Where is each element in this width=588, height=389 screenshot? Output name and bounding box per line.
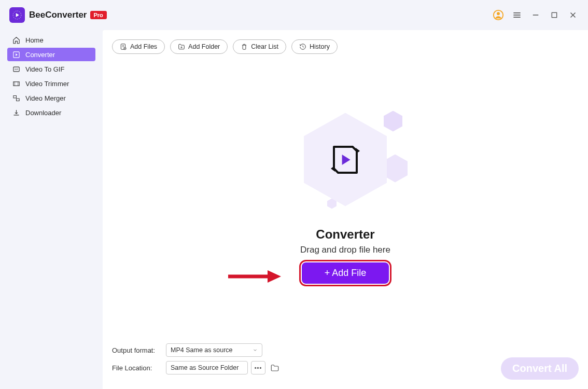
drop-zone[interactable]: Converter Drag and drop file here + Add … (103, 43, 588, 343)
menu-icon[interactable] (511, 9, 523, 21)
svg-text:GIF: GIF (15, 68, 19, 71)
sidebar-item-downloader[interactable]: Downloader (7, 106, 95, 119)
maximize-button[interactable] (549, 9, 560, 21)
pro-badge: Pro (90, 11, 107, 19)
merger-icon (12, 94, 20, 102)
center-title: Converter (316, 227, 374, 242)
sidebar-item-label: Downloader (25, 109, 61, 117)
sidebar-item-video-merger[interactable]: Video Merger (7, 91, 95, 105)
sidebar-item-label: Home (25, 36, 44, 44)
file-location-more-button[interactable]: ••• (251, 361, 265, 374)
output-format-select[interactable]: MP4 Same as source (166, 343, 262, 357)
annotation-arrow-icon (227, 269, 284, 284)
center-subtitle: Drag and drop file here (300, 245, 390, 255)
account-icon[interactable] (493, 9, 504, 21)
folder-icon (270, 363, 279, 372)
home-icon (12, 36, 20, 44)
add-file-button[interactable]: + Add File (302, 262, 389, 284)
svg-point-3 (497, 12, 500, 15)
converter-cycle-icon (330, 141, 361, 179)
sidebar: Home Converter GIF Video To GIF Video Tr… (0, 30, 103, 389)
sidebar-item-video-to-gif[interactable]: GIF Video To GIF (7, 62, 95, 76)
gif-icon: GIF (12, 65, 20, 73)
chevron-down-icon (253, 348, 258, 353)
svg-rect-8 (552, 12, 556, 17)
converter-illustration (236, 103, 454, 217)
sidebar-item-converter[interactable]: Converter (7, 48, 95, 61)
main-panel: Add Files Add Folder Clear List History (103, 30, 588, 389)
sidebar-item-video-trimmer[interactable]: Video Trimmer (7, 77, 95, 90)
sidebar-item-label: Converter (25, 51, 55, 59)
minimize-button[interactable] (530, 9, 541, 21)
output-format-label: Output format: (112, 346, 166, 354)
converter-icon (12, 51, 20, 59)
sidebar-item-home[interactable]: Home (7, 33, 95, 47)
file-location-input[interactable]: Same as Source Folder (166, 361, 248, 374)
open-folder-button[interactable] (269, 361, 281, 374)
sidebar-item-label: Video Trimmer (25, 80, 69, 88)
svg-rect-19 (17, 99, 20, 101)
svg-marker-12 (16, 53, 18, 56)
convert-all-button[interactable]: Convert All (501, 357, 579, 380)
svg-marker-33 (268, 270, 281, 283)
close-button[interactable] (567, 9, 579, 21)
app-logo-icon (9, 7, 25, 23)
file-location-label: File Location: (112, 364, 166, 372)
sidebar-item-label: Video Merger (25, 94, 66, 102)
svg-marker-0 (16, 13, 19, 17)
title-bar: BeeConverter Pro (0, 0, 588, 30)
trimmer-icon (12, 80, 20, 88)
download-icon (12, 109, 20, 117)
app-title: BeeConverter (29, 10, 87, 20)
sidebar-item-label: Video To GIF (25, 65, 64, 73)
svg-rect-15 (13, 81, 19, 86)
svg-rect-18 (13, 95, 17, 98)
